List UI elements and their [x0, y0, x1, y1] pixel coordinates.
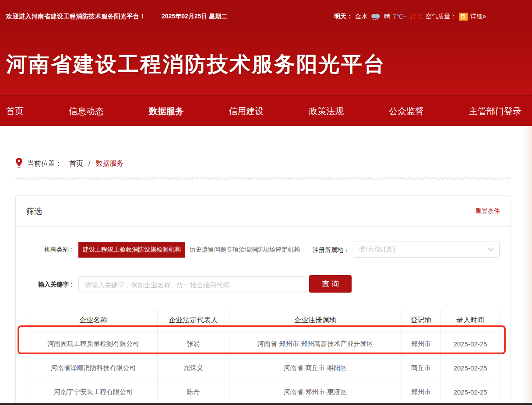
table-header-row: 企业名称 企业法定代表人 企业注册属地 登记地 录入时间: [29, 309, 500, 332]
weather-widget: 明天： 金水 晴 7℃~ 17℃ 空气质量： 良 详细»: [334, 13, 486, 21]
cell-region: 河南省-郑州市-郑州高新技术产业开发区: [229, 332, 402, 356]
region-label: 注册所属地：: [292, 246, 349, 254]
cell-entry-date: 2025-02-25: [441, 332, 500, 356]
col-header-company: 企业名称: [29, 309, 158, 332]
site-title: 河南省建设工程消防技术服务阳光平台: [6, 50, 386, 78]
chevron-down-icon: [488, 245, 494, 253]
table-row: 河南固瑞工程质量检测有限公司 张易 河南省-郑州市-郑州高新技术产业开发区 郑州…: [29, 332, 500, 356]
nav-item-credit[interactable]: 信用建设: [229, 105, 264, 117]
col-header-reg-place: 登记地: [402, 309, 441, 332]
welcome-text: 欢迎进入河南省建设工程消防技术服务阳光平台！: [6, 13, 146, 21]
weather-tomorrow-label: 明天：: [334, 13, 352, 21]
cell-reg-place: 郑州市: [402, 332, 441, 356]
breadcrumb: 当前位置： 首页 / 数据服务: [15, 157, 123, 170]
col-header-legal-rep: 企业法定代表人: [158, 309, 229, 332]
cell-region: 河南省-商丘市-睢阳区: [229, 356, 402, 380]
cell-reg-place: 郑州市: [402, 380, 441, 404]
cell-company: 河南固瑞工程质量检测有限公司: [29, 332, 158, 356]
keyword-label: 输入关键字：: [16, 281, 75, 289]
search-button[interactable]: 查 询: [309, 275, 352, 293]
table-row: 河南宇宁安装工程有限公司 陈丹 河南省-郑州市-惠济区 郑州市 2025-02-…: [29, 380, 500, 404]
air-quality-label: 空气质量：: [426, 13, 456, 21]
nav-item-supervision[interactable]: 公众监督: [389, 105, 424, 117]
breadcrumb-current[interactable]: 数据服务: [95, 159, 123, 168]
cell-entry-date: 2025-02-25: [441, 380, 500, 404]
filter-panel: 筛选 重置条件 机构类别： 建设工程竣工验收消防设施检测机构 历史遗留问题专项治…: [15, 196, 511, 405]
reset-filters-link[interactable]: 重置条件: [476, 207, 500, 215]
weather-district: 金水: [355, 13, 367, 21]
nav-item-news[interactable]: 信息动态: [69, 105, 104, 117]
topbar: 欢迎进入河南省建设工程消防技术服务阳光平台！ 2025年02月25日 星期二 明…: [0, 0, 532, 33]
weather-condition: 晴: [384, 13, 390, 21]
table-row: 河南省泽顺消防科技有限公司 屈保义 河南省-商丘市-睢阳区 商丘市 2025-0…: [29, 356, 500, 380]
location-pin-icon: [15, 157, 23, 170]
air-quality-badge: 良: [459, 13, 468, 21]
page-bottom-strip: [0, 403, 532, 405]
keyword-row: 输入关键字：: [16, 276, 306, 293]
category-option-unselected[interactable]: 历史遗留问题专项治理消防现场评定机构: [190, 246, 300, 254]
cell-entry-date: 2025-02-25: [441, 356, 500, 380]
breadcrumb-label: 当前位置：: [27, 159, 62, 168]
category-option-selected[interactable]: 建设工程竣工验收消防设施检测机构: [78, 242, 185, 258]
cloud-icon: [370, 13, 381, 21]
filter-title: 筛选: [26, 206, 42, 216]
cell-reg-place: 商丘市: [402, 356, 441, 380]
temp-low: 7℃~: [393, 13, 407, 20]
cell-company: 河南省泽顺消防科技有限公司: [29, 356, 158, 380]
region-select[interactable]: 省/市/区(县): [353, 241, 500, 258]
category-row: 机构类别： 建设工程竣工验收消防设施检测机构 历史遗留问题专项治理消防现场评定机…: [16, 241, 300, 258]
main-nav: 首页 信息动态 数据服务 信用建设 政策法规 公众监督 主管部门登录: [0, 95, 532, 126]
col-header-region: 企业注册属地: [229, 309, 402, 332]
nav-item-admin-login[interactable]: 主管部门登录: [469, 105, 521, 117]
cell-region: 河南省-郑州市-惠济区: [229, 380, 402, 404]
results-table: 企业名称 企业法定代表人 企业注册属地 登记地 录入时间 河南固瑞工程质量检测有…: [29, 309, 500, 404]
breadcrumb-home-link[interactable]: 首页: [69, 159, 83, 168]
cell-legal-rep: 陈丹: [158, 380, 229, 404]
nav-item-home[interactable]: 首页: [6, 105, 24, 117]
temp-high: 17℃: [409, 13, 423, 20]
region-select-placeholder: 省/市/区(县): [359, 245, 395, 254]
keyword-input[interactable]: [78, 276, 306, 293]
cell-legal-rep: 屈保义: [158, 356, 229, 380]
col-header-entry-date: 录入时间: [441, 309, 500, 332]
nav-item-policy[interactable]: 政策法规: [309, 105, 344, 117]
nav-item-data-service[interactable]: 数据服务: [149, 105, 184, 117]
category-label: 机构类别：: [16, 246, 75, 254]
filter-panel-header: 筛选 重置条件: [16, 196, 511, 227]
stripe-divider: [15, 177, 511, 180]
weather-detail-link[interactable]: 详细»: [470, 13, 486, 21]
date-text: 2025年02月25日 星期二: [162, 13, 227, 21]
breadcrumb-separator: /: [88, 160, 90, 168]
cell-company: 河南宇宁安装工程有限公司: [29, 380, 158, 404]
cell-legal-rep: 张易: [158, 332, 229, 356]
page-right-strip: [521, 126, 532, 403]
site-banner: 河南省建设工程消防技术服务阳光平台: [0, 33, 532, 95]
